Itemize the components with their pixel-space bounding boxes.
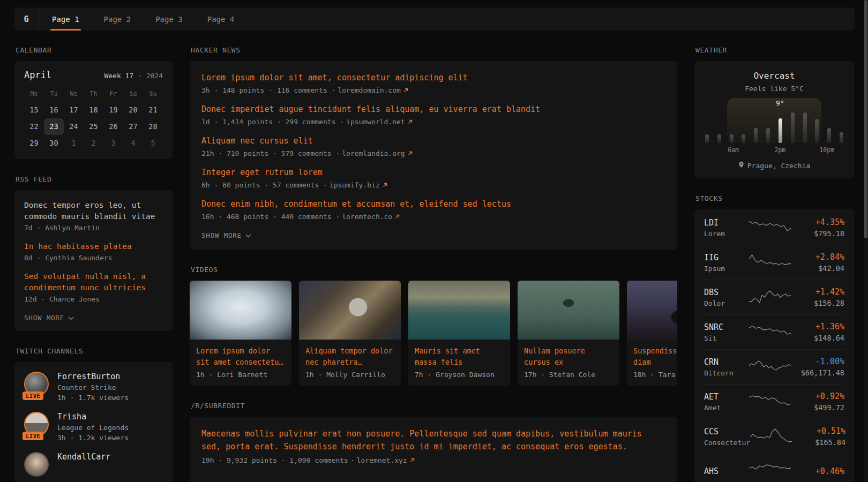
- stock-row[interactable]: SNRCSit+1.36%$148.64: [704, 314, 844, 349]
- hackernews-section-label: HACKER NEWS: [191, 46, 677, 54]
- hn-item-stats: 6h · 60 points · 57 comments ·: [201, 181, 327, 189]
- stock-row[interactable]: IIGIpsum+2.84%$42.04: [704, 245, 844, 280]
- rss-item-title[interactable]: In hac habitasse platea: [24, 241, 163, 252]
- weather-hour-bar: [754, 128, 758, 143]
- weather-hour-bar: [791, 112, 795, 143]
- rss-show-more-button[interactable]: SHOW MORE: [24, 314, 74, 322]
- stock-price: $42.04: [791, 264, 844, 273]
- video-card[interactable]: Nullam posuerecursus ex17h · Stefan Cole: [518, 281, 619, 386]
- video-card[interactable]: Aliquam tempor dolornec pharetra…1h · Mo…: [299, 281, 401, 386]
- stock-row[interactable]: LDILorem+4.35%$795.18: [704, 210, 844, 245]
- twitch-channel-viewers: 1h · 1.7k viewers: [57, 394, 129, 402]
- twitch-channel-name[interactable]: KendallCarr: [57, 452, 110, 462]
- video-thumbnail[interactable]: [627, 281, 677, 340]
- hn-item-meta: 16h · 468 points · 440 comments · loremt…: [201, 213, 665, 221]
- stock-change-percent: +0.46%: [791, 466, 844, 476]
- videos-section-label: VIDEOS: [191, 266, 677, 274]
- stock-name: Lorem: [704, 230, 749, 238]
- hn-item-title[interactable]: Lorem ipsum dolor sit amet, consectetur …: [201, 72, 665, 84]
- stocks-section: STOCKS LDILorem+4.35%$795.18IIGIpsum+2.8…: [694, 194, 854, 482]
- stock-row[interactable]: DBSDolor+1.42%$156.28: [704, 280, 844, 314]
- hn-item-meta: 21h · 710 points · 579 comments · loreml…: [201, 149, 665, 157]
- twitch-channel-info: TrishaLeague of Legends3h · 1.2k viewers: [57, 412, 129, 442]
- subreddit-section-label: /R/SUBREDDIT: [191, 402, 677, 410]
- stock-values: -1.00%$66,171.48: [791, 357, 844, 377]
- video-thumbnail[interactable]: [518, 281, 619, 340]
- calendar-weekday: Sa: [123, 86, 143, 102]
- calendar-day: 23: [44, 118, 64, 135]
- calendar-day: 27: [123, 118, 143, 135]
- stock-symbol: CRN: [704, 357, 749, 367]
- hn-item: Lorem ipsum dolor sit amet, consectetur …: [201, 72, 665, 94]
- rss-item-meta: 8d · Cynthia Saunders: [24, 254, 163, 262]
- tab-page-1[interactable]: Page 1: [40, 7, 92, 31]
- weather-axis-label: 2pm: [775, 146, 786, 154]
- subreddit-post-title[interactable]: Maecenas mollis pulvinar erat non posuer…: [201, 427, 665, 453]
- video-title-line: nec pharetra…: [305, 357, 394, 368]
- stock-sparkline: [749, 358, 791, 376]
- stock-price: $66,171.48: [791, 368, 844, 377]
- video-title[interactable]: Aliquam tempor dolornec pharetra…: [305, 345, 394, 367]
- hackernews-show-more-button[interactable]: SHOW MORE: [201, 231, 251, 239]
- subreddit-post-domain[interactable]: loremnet.xyz: [357, 456, 407, 464]
- twitch-channel-row[interactable]: LIVEForrestBurtonCounter-Strike1h · 1.7k…: [24, 372, 163, 402]
- rss-item-title[interactable]: Donec tempor eros leo, ut commodo mauris…: [24, 200, 163, 222]
- video-card-body: Aliquam tempor dolornec pharetra…1h · Mo…: [299, 340, 401, 386]
- video-thumbnail[interactable]: [299, 281, 401, 340]
- hn-item-meta: 3h · 148 points · 116 comments · loremdo…: [201, 86, 665, 94]
- tab-page-3[interactable]: Page 3: [143, 7, 195, 31]
- video-title[interactable]: Mauris sit ametmassa felis: [415, 345, 504, 367]
- rss-item-meta: 12d · Chance Jones: [24, 295, 163, 303]
- video-card[interactable]: Lorem ipsum dolorsit amet consectetu…1h …: [190, 281, 291, 386]
- weather-hour-bar: [766, 128, 770, 143]
- stock-identity: CRNBitcorn: [704, 357, 749, 377]
- stock-sparkline: [749, 288, 791, 306]
- hn-item-title[interactable]: Donec enim nibh, condimentum et accumsan…: [201, 198, 665, 210]
- stock-row[interactable]: CRNBitcorn-1.00%$66,171.48: [704, 349, 844, 384]
- video-title-line: massa felis: [415, 357, 504, 368]
- hn-item-title[interactable]: Integer eget rutrum lorem: [201, 167, 665, 178]
- video-thumbnail[interactable]: [190, 281, 291, 340]
- video-title[interactable]: Nullam posuerecursus ex: [524, 345, 613, 367]
- rss-show-more-label: SHOW MORE: [24, 314, 64, 322]
- hn-item-meta: 6h · 60 points · 57 comments · ipsumify.…: [201, 181, 665, 189]
- hn-item-domain[interactable]: loremtech.co: [342, 213, 392, 221]
- video-title[interactable]: Suspendissediam: [633, 345, 677, 367]
- hn-item-domain[interactable]: loremlandia.org: [342, 149, 405, 157]
- stock-row[interactable]: AETAmet+0.92%$499.72: [704, 384, 844, 419]
- stock-sparkline: [749, 393, 791, 411]
- twitch-channel-row[interactable]: KendallCarr: [24, 452, 163, 477]
- hn-item-domain[interactable]: ipsumify.biz: [330, 181, 380, 189]
- video-thumbnail[interactable]: [408, 281, 510, 340]
- rss-item-title[interactable]: Sed volutpat nulla nisl, a condimentum n…: [24, 271, 163, 293]
- video-card-body: Suspendissediam18h · Tara: [627, 340, 677, 386]
- tab-page-4[interactable]: Page 4: [195, 7, 247, 31]
- twitch-channel-name[interactable]: ForrestBurton: [57, 372, 129, 381]
- video-card[interactable]: Suspendissediam18h · Tara: [627, 281, 677, 386]
- calendar-day: 1: [64, 135, 84, 152]
- hn-item-title[interactable]: Aliquam nec cursus elit: [201, 135, 665, 147]
- calendar-year: 2024: [146, 72, 163, 80]
- tab-page-2[interactable]: Page 2: [92, 7, 144, 31]
- twitch-channel-name[interactable]: Trisha: [57, 412, 129, 421]
- stock-sparkline: [749, 462, 791, 480]
- stock-values: +1.42%$156.28: [791, 287, 844, 307]
- stock-values: +0.92%$499.72: [791, 391, 844, 412]
- stock-row[interactable]: AHS+0.46%: [704, 454, 844, 482]
- twitch-section-label: TWITCH CHANNELS: [16, 347, 173, 355]
- hn-item: Donec enim nibh, condimentum et accumsan…: [201, 198, 665, 221]
- video-card[interactable]: Mauris sit ametmassa felis7h · Grayson D…: [408, 281, 510, 386]
- avatar: [24, 452, 49, 477]
- hn-item-title[interactable]: Donec imperdiet augue tincidunt felis al…: [201, 103, 665, 115]
- videos-carousel: Lorem ipsum dolorsit amet consectetu…1h …: [190, 281, 677, 386]
- stock-row[interactable]: CCSConsectetur+0.51%$165.84: [704, 419, 844, 454]
- location-pin-icon: [738, 161, 744, 170]
- hn-item-domain[interactable]: loremdomain.com: [338, 86, 400, 94]
- weather-condition: Overcast: [704, 71, 844, 81]
- hn-item-stats: 21h · 710 points · 579 comments ·: [201, 149, 340, 157]
- app-logo[interactable]: G: [14, 7, 39, 31]
- video-title[interactable]: Lorem ipsum dolorsit amet consectetu…: [196, 345, 285, 367]
- twitch-channel-row[interactable]: LIVETrishaLeague of Legends3h · 1.2k vie…: [24, 412, 163, 442]
- hn-item-domain[interactable]: ipsumworld.net: [346, 118, 405, 126]
- scrollbar-thumb[interactable]: [864, 0, 867, 238]
